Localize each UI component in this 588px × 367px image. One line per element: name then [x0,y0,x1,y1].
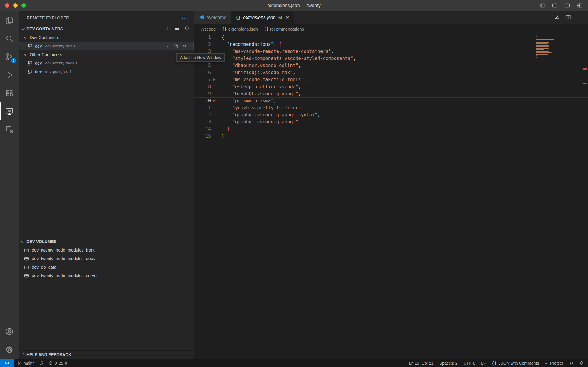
split-editor-icon[interactable] [565,14,571,21]
code-line[interactable]: 3 "ms-vscode-remote.remote-containers", [194,48,588,55]
code-line[interactable]: 12 "graphql.vscode-graphql-syntax", [194,111,588,118]
tab-welcome[interactable]: Welcome [194,11,231,24]
toggle-sidebar-icon[interactable] [539,2,546,9]
section-help-feedback[interactable]: HELP AND FEEDBACK [19,350,194,359]
git-branch-item[interactable]: main* [17,361,34,366]
code-text: "unifiedjs.vscode-mdx", [221,69,295,76]
breadcrumb-symbol[interactable]: []recommendations [264,27,304,31]
accounts-icon[interactable] [0,322,19,341]
formatter-status[interactable]: ✓ Prettier [545,361,563,366]
close-icon[interactable]: × [286,15,289,21]
code-line[interactable]: 10 "prisma.prisma", [194,97,588,104]
run-debug-icon[interactable] [0,66,19,84]
volume-item[interactable]: dev_twenty_node_modules_server [19,271,194,280]
sync-icon[interactable] [39,361,44,365]
compare-changes-icon[interactable] [554,14,559,21]
eol-sequence[interactable]: LF [481,361,486,366]
container-item[interactable]: devdev-postgres-1 [19,67,194,76]
container-item[interactable]: devdev-twenty-dev-1→× [19,42,194,50]
warning-icon [59,361,63,365]
line-number: 6 [194,69,211,76]
tree-group-label: Dev Containers [30,35,59,40]
check-icon: ✓ [545,361,548,366]
tree-group[interactable]: Dev Containers [19,33,194,42]
volume-icon [24,273,29,278]
code-text: "esbenp.prettier-vscode", [221,83,301,90]
breadcrumb-file[interactable]: {}extensions.json [222,27,258,31]
tree-group-label: Other Containers [30,52,62,57]
gutter [211,104,221,111]
code-line[interactable]: 15} [194,133,588,140]
gutter [211,62,221,69]
code-line[interactable]: 8 "esbenp.prettier-vscode", [194,83,588,90]
cursor-position[interactable]: Ln 10, Col 21 [409,361,433,366]
tree-group[interactable]: Other Containers [19,50,194,59]
attach-current-window-icon[interactable]: → [164,43,169,48]
bell-icon[interactable] [579,361,584,365]
tab-extensions-json[interactable]: {} extensions.json M × [231,11,294,24]
dev-containers-tree: Attach in New Window Dev Containersdevde… [19,33,194,237]
toggle-secondary-sidebar-icon[interactable] [564,2,570,9]
remote-explorer-icon[interactable] [0,102,19,120]
remote-indicator[interactable]: >< [0,359,14,367]
volume-name: dev_twenty_node_modules_docs [32,256,95,261]
code-line[interactable]: 2 "recommendations": [ [194,41,588,48]
container-item[interactable]: devdev-twenty-docs-1 [19,59,194,67]
volume-item[interactable]: dev_twenty_node_modules_front [19,246,194,254]
line-number: 1 [194,34,211,41]
language-mode[interactable]: {} JSON with Comments [492,361,539,366]
code-text: "styled-components.vscode-styled-compone… [221,55,356,62]
search-icon[interactable] [0,29,19,48]
indentation[interactable]: Spaces: 2 [439,361,457,366]
tooltip: Attach in New Window [176,53,225,62]
code-line[interactable]: 1{ [194,34,588,41]
code-line[interactable]: 5 "dbaeumer.vscode-eslint", [194,62,588,69]
status-bar: >< main* 0 0 Ln 10, Col 21 Spaces: 2 UTF… [0,359,588,367]
code-line[interactable]: 6 "unifiedjs.vscode-mdx", [194,69,588,76]
customize-layout-icon[interactable] [577,2,583,9]
zoom-window-button[interactable] [21,3,26,8]
code-line[interactable]: 13 "graphql.vscode-graphql" [194,118,588,125]
code-line[interactable]: 14 ] [194,125,588,133]
open-in-new-window-icon[interactable] [173,43,178,49]
breadcrumb: .vscode › {}extensions.json › []recommen… [194,24,588,34]
refresh-icon[interactable] [184,26,189,32]
settings-gear-icon[interactable] [0,341,19,359]
problems-item[interactable]: 0 0 [49,361,67,366]
containers-icon[interactable] [0,120,19,139]
extensions-icon[interactable] [0,84,19,102]
line-number: 9 [194,90,211,97]
section-dev-volumes[interactable]: DEV VOLUMES [19,237,194,246]
code-text: "graphql.vscode-graphql-syntax", [221,111,320,118]
more-actions-icon[interactable]: ··· [577,15,583,21]
close-icon[interactable]: × [183,43,186,49]
explorer-icon[interactable] [0,11,19,29]
minimap[interactable] [536,36,559,58]
toggle-panel-icon[interactable] [552,2,558,9]
list-icon[interactable] [174,26,179,32]
gutter [211,41,221,48]
code-line[interactable]: 7 "ms-vscode.makefile-tools", [194,76,588,83]
braces-icon: {} [492,361,497,366]
code-line[interactable]: 4 "styled-components.vscode-styled-compo… [194,55,588,62]
close-window-button[interactable] [5,3,9,8]
container-icon [27,43,33,49]
modified-badge: M [278,15,282,20]
container-name: dev [35,69,42,74]
more-actions-icon[interactable]: ··· [182,16,188,19]
volume-item[interactable]: dev_db_data [19,263,194,271]
volume-item[interactable]: dev_twenty_node_modules_docs [19,254,194,263]
code-line[interactable]: 9 "GraphQL.vscode-graphql", [194,90,588,97]
chevron-down-icon [24,52,28,56]
breadcrumb-folder[interactable]: .vscode [201,27,216,31]
encoding[interactable]: UTF-8 [464,361,475,366]
section-dev-containers[interactable]: DEV CONTAINERS + [19,24,194,33]
add-icon[interactable]: + [166,26,169,31]
code-text: } [221,133,224,140]
titlebar: extensions.json — twenty [0,0,588,11]
feedback-icon[interactable] [569,361,574,365]
code-editor[interactable]: 1{2 "recommendations": [3 "ms-vscode-rem… [194,34,588,359]
source-control-icon[interactable]: 1 [0,48,19,66]
minimize-window-button[interactable] [13,3,18,8]
code-line[interactable]: 11 "yoavbls.pretty-ts-errors", [194,104,588,111]
